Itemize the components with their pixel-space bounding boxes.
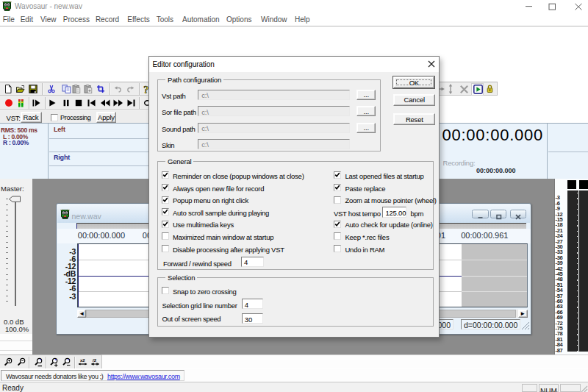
trim-icon[interactable] <box>96 85 105 93</box>
menu-item-options[interactable]: Options <box>226 15 251 24</box>
vst-host-tempo-unit: bpm <box>411 210 424 218</box>
paste-new-icon[interactable] <box>84 85 93 93</box>
time-panel: 00:00:00.000 Recording: 00:00:00.000 <box>440 124 548 179</box>
zoom-out-icon[interactable] <box>17 357 26 367</box>
ok-button[interactable]: OK <box>392 76 435 89</box>
menu-item-help[interactable]: Help <box>295 15 310 24</box>
forward-icon[interactable] <box>113 99 123 107</box>
window-resize-grip[interactable] <box>581 385 588 392</box>
vst-host-tempo-input[interactable]: 125.00 <box>382 207 406 218</box>
menu-item-tools[interactable]: Tools <box>157 15 173 24</box>
pause-icon[interactable] <box>62 99 71 107</box>
scroll-left-button[interactable]: ◄ <box>77 310 86 318</box>
zoom-out-sel-icon[interactable] <box>62 357 71 367</box>
zoom-half-icon[interactable]: /2 <box>90 357 100 367</box>
menu-item-effects[interactable]: Effects <box>127 15 149 24</box>
vst-play-icon[interactable] <box>473 85 483 94</box>
lock-icon[interactable] <box>486 85 494 93</box>
reset-button[interactable]: Reset <box>393 113 435 125</box>
child-resize-grip[interactable] <box>521 321 530 330</box>
general-left-4-checkbox[interactable] <box>162 221 169 228</box>
meter-dash <box>577 345 578 346</box>
scroll-right-button[interactable]: ► <box>518 310 528 318</box>
menu-item-file[interactable]: File <box>3 15 15 24</box>
snap-to-zero-label: Snap to zero crossing <box>173 288 237 296</box>
fader-thumb[interactable] <box>7 196 22 203</box>
minimize-button[interactable] <box>518 0 540 13</box>
cut-icon[interactable] <box>47 85 56 93</box>
general-left-6-checkbox[interactable] <box>162 245 169 252</box>
record-icon[interactable] <box>4 99 13 107</box>
fader-tick <box>6 301 9 302</box>
go-end-icon[interactable] <box>126 99 136 107</box>
general-right-2-label: Zoom at mouse pointer (wheel) <box>345 196 437 204</box>
snap-to-zero-checkbox[interactable] <box>162 287 169 294</box>
delete-x-icon[interactable] <box>459 85 469 94</box>
play-icon[interactable] <box>48 99 57 107</box>
path-row-field[interactable]: c:\ <box>198 139 350 149</box>
child-restore-button[interactable] <box>490 210 507 218</box>
monitor-icon[interactable] <box>16 99 25 107</box>
menu-item-process[interactable]: Process <box>63 15 90 24</box>
donators-link[interactable]: https://www.wavosaur.com <box>107 373 180 380</box>
general-left-0-checkbox[interactable] <box>162 171 169 179</box>
screen-speed-input[interactable]: 30 <box>242 313 263 324</box>
path-row-field[interactable]: c:\ <box>198 90 350 100</box>
general-right-4-checkbox[interactable] <box>334 221 341 228</box>
zoom-sel-icon[interactable] <box>34 357 43 367</box>
dialog-title-bar[interactable]: Editor configuration <box>149 57 439 72</box>
stop-icon[interactable] <box>74 99 83 107</box>
open-folder-icon[interactable] <box>15 85 25 93</box>
path-row-field[interactable]: c:\ <box>198 123 350 133</box>
right-channel-label: Right <box>54 154 70 161</box>
path-browse-button[interactable]: ... <box>356 90 376 100</box>
menu-item-view[interactable]: View <box>40 15 57 24</box>
general-left-2-checkbox[interactable] <box>162 196 169 204</box>
general-right-5-checkbox[interactable] <box>334 232 341 240</box>
general-right-2-checkbox[interactable] <box>334 196 341 204</box>
menu-item-edit[interactable]: Edit <box>21 15 33 24</box>
child-close-button[interactable] <box>510 210 526 218</box>
dialog-close-icon[interactable] <box>428 60 435 68</box>
rewind-icon[interactable] <box>100 99 110 107</box>
menu-separator <box>0 26 588 26</box>
general-left-5-checkbox[interactable] <box>162 232 169 240</box>
undo-icon[interactable] <box>113 85 123 93</box>
menu-item-record[interactable]: Record <box>96 15 119 24</box>
processing-checkbox[interactable] <box>51 114 58 121</box>
apply-button[interactable]: Apply <box>96 112 116 123</box>
go-start-icon[interactable] <box>87 99 96 107</box>
forward-speed-input[interactable]: 4 <box>241 257 264 268</box>
path-browse-button[interactable]: ... <box>356 123 376 133</box>
general-left-3-checkbox[interactable] <box>162 208 169 215</box>
svg-text:/2: /2 <box>93 358 97 363</box>
zoom-x2-icon[interactable]: x2 <box>78 357 87 367</box>
general-right-1-checkbox[interactable] <box>334 184 341 191</box>
general-right-0-checkbox[interactable] <box>334 171 341 179</box>
arrow-updown-icon[interactable] <box>447 84 454 94</box>
new-file-icon[interactable] <box>4 85 12 93</box>
close-button[interactable] <box>569 0 588 13</box>
general-right-6-checkbox[interactable] <box>334 245 341 252</box>
grid-line-input[interactable]: 4 <box>242 299 263 309</box>
general-left-1-checkbox[interactable] <box>162 184 169 191</box>
zoom-in-sel-icon[interactable] <box>49 357 59 367</box>
fader-tick <box>6 252 9 253</box>
maximize-button[interactable] <box>543 0 565 13</box>
copy-icon[interactable] <box>62 85 71 93</box>
zoom-in-icon[interactable] <box>4 357 13 367</box>
path-browse-button[interactable]: ... <box>356 106 376 116</box>
cancel-button[interactable]: Cancel <box>393 94 435 106</box>
redo-icon[interactable] <box>126 85 135 93</box>
rack-button[interactable]: Rack <box>21 112 42 123</box>
path-row-field[interactable]: c:\ <box>198 106 350 116</box>
status-panel-num: NUM <box>539 384 559 392</box>
processing-label: Processing <box>60 114 91 121</box>
paste-icon[interactable] <box>72 85 81 93</box>
title-bar: Wavosaur - new.wav <box>0 0 588 13</box>
menu-item-automation[interactable]: Automation <box>182 15 220 24</box>
play-start-icon[interactable] <box>32 99 41 107</box>
child-minimize-button[interactable] <box>472 210 489 218</box>
menu-item-window[interactable]: Window <box>261 15 287 24</box>
save-icon[interactable] <box>29 85 37 93</box>
